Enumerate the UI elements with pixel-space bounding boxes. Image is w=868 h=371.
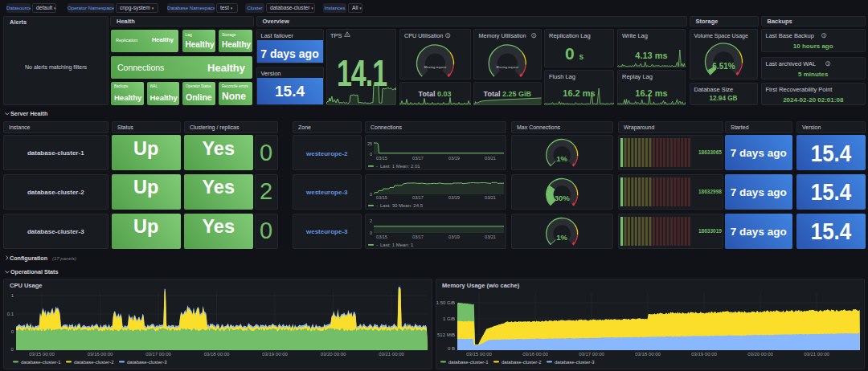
svg-text:03/17: 03/17 xyxy=(412,234,424,239)
svg-text:database-cluster-3: database-cluster-3 xyxy=(127,360,167,365)
svg-text:database-cluster-2: database-cluster-2 xyxy=(502,360,542,365)
svg-text:03/21: 03/21 xyxy=(485,195,496,200)
svg-text:03/21 00:00: 03/21 00:00 xyxy=(379,352,404,357)
svg-text:-: - xyxy=(376,164,378,169)
svg-text:03/17: 03/17 xyxy=(412,156,424,161)
svg-text:database-cluster-2: database-cluster-2 xyxy=(74,360,114,365)
svg-text:03/19 00:00: 03/19 00:00 xyxy=(262,352,288,357)
svg-text:0.1: 0.1 xyxy=(7,312,14,316)
svg-text:03/19: 03/19 xyxy=(448,156,460,161)
svg-text:03/19 00:00: 03/19 00:00 xyxy=(691,352,717,357)
svg-text:database-cluster-3: database-cluster-3 xyxy=(555,360,595,365)
svg-text:03/16 00:00: 03/16 00:00 xyxy=(522,352,548,357)
svg-text:512 MiB: 512 MiB xyxy=(437,332,455,337)
svg-text:03/15: 03/15 xyxy=(376,195,387,200)
svg-text:6.51%: 6.51% xyxy=(712,62,735,71)
svg-text:03/21: 03/21 xyxy=(485,156,496,161)
svg-text:1.50 GiB: 1.50 GiB xyxy=(436,300,455,305)
svg-text:03/15: 03/15 xyxy=(376,156,387,161)
svg-text:2: 2 xyxy=(370,218,372,222)
svg-text:database-cluster-1: database-cluster-1 xyxy=(448,360,489,365)
svg-text:0: 0 xyxy=(370,192,372,197)
svg-text:0: 0 xyxy=(11,329,14,334)
svg-text:03/15 00:00: 03/15 00:00 xyxy=(29,352,55,357)
svg-text:03/21 00:00: 03/21 00:00 xyxy=(804,352,829,357)
svg-text:03/18 00:00: 03/18 00:00 xyxy=(635,352,661,357)
svg-text:03/15 00:00: 03/15 00:00 xyxy=(466,352,492,357)
svg-text:Missing request: Missing request xyxy=(424,66,446,69)
svg-text:-: - xyxy=(376,243,378,247)
svg-text:03/15: 03/15 xyxy=(376,234,387,239)
svg-text:1%: 1% xyxy=(556,232,567,241)
svg-text:03/20 00:00: 03/20 00:00 xyxy=(747,352,773,357)
svg-text:03/21: 03/21 xyxy=(485,234,496,239)
svg-text:0: 0 xyxy=(370,230,372,235)
svg-text:03/16 00:00: 03/16 00:00 xyxy=(88,352,113,357)
svg-text:30%: 30% xyxy=(555,193,571,202)
svg-text:03/20 00:00: 03/20 00:00 xyxy=(321,352,346,357)
svg-text:03/19: 03/19 xyxy=(448,195,460,200)
svg-text:03/17 00:00: 03/17 00:00 xyxy=(145,352,171,357)
svg-text:03/19: 03/19 xyxy=(448,234,460,239)
svg-text:database-cluster-1: database-cluster-1 xyxy=(21,360,61,365)
svg-text:1 GiB: 1 GiB xyxy=(443,316,455,321)
svg-text:03/18 00:00: 03/18 00:00 xyxy=(204,352,230,357)
svg-text:Last: 30 Mean: 24.5: Last: 30 Mean: 24.5 xyxy=(380,203,424,208)
svg-text:1%: 1% xyxy=(556,154,567,163)
svg-text:Last: 1 Mean: 2.01: Last: 1 Mean: 2.01 xyxy=(380,164,420,169)
svg-text:Missing request: Missing request xyxy=(497,66,519,69)
svg-text:Last: 1 Mean: 1: Last: 1 Mean: 1 xyxy=(380,243,414,247)
svg-text:1: 1 xyxy=(11,293,14,298)
svg-text:-: - xyxy=(376,203,378,208)
svg-text:03/17 00:00: 03/17 00:00 xyxy=(579,352,604,357)
svg-text:25: 25 xyxy=(367,141,372,146)
svg-text:0: 0 xyxy=(370,152,372,157)
svg-text:03/17: 03/17 xyxy=(412,195,424,200)
